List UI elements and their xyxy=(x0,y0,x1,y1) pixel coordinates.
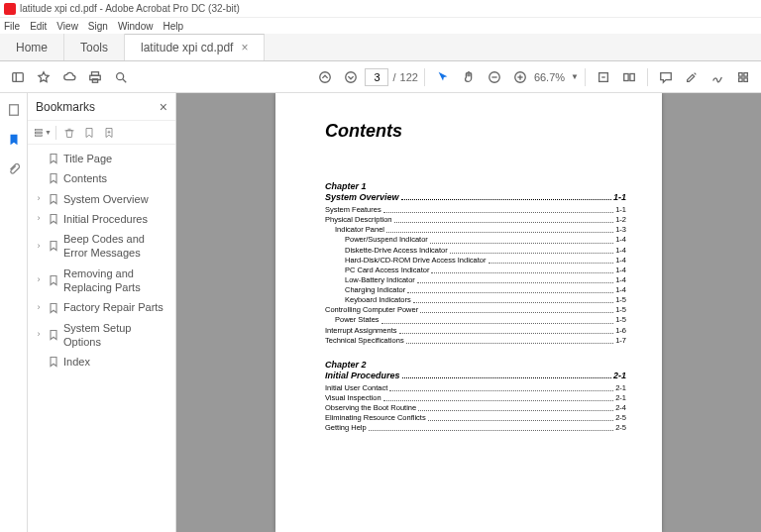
svg-point-8 xyxy=(346,71,357,82)
tab-tools[interactable]: Tools xyxy=(64,34,125,60)
menu-file[interactable]: File xyxy=(4,21,20,32)
cloud-icon[interactable] xyxy=(57,65,81,89)
highlight-icon[interactable] xyxy=(680,65,704,89)
bookmarks-title: Bookmarks xyxy=(36,100,95,114)
bookmark-item[interactable]: › System Overview xyxy=(28,189,175,209)
chevron-right-icon[interactable]: › xyxy=(34,329,44,341)
bookmark-label: Beep Codes and Error Messages xyxy=(63,232,169,261)
svg-rect-22 xyxy=(35,129,42,130)
bookmark-item[interactable]: › System Setup Options xyxy=(28,318,175,353)
page-current-input[interactable] xyxy=(365,68,388,86)
document-viewport[interactable]: Contents Chapter 1 System Overview 1-1 S… xyxy=(176,93,761,532)
title-bar: latitude xpi cd.pdf - Adobe Acrobat Pro … xyxy=(0,0,761,18)
toc-line: Visual Inspection2-1 xyxy=(325,393,626,403)
page-heading: Contents xyxy=(325,121,626,142)
sidebar-toggle-icon[interactable] xyxy=(6,65,30,89)
svg-rect-19 xyxy=(739,77,743,81)
svg-rect-20 xyxy=(744,77,748,81)
window-title: latitude xpi cd.pdf - Adobe Acrobat Pro … xyxy=(20,3,240,14)
toc-line: Power/Suspend Indicator1-4 xyxy=(325,235,626,245)
attachments-icon[interactable] xyxy=(5,160,23,178)
zoom-in-icon[interactable] xyxy=(508,65,532,89)
bookmark-icon xyxy=(48,329,59,341)
bookmark-icon xyxy=(48,302,59,314)
tab-document[interactable]: latitude xpi cd.pdf × xyxy=(125,34,265,60)
bookmark-icon xyxy=(48,172,59,184)
main-area: Bookmarks × ▼ Title Page Contents› Syste… xyxy=(0,93,761,532)
toc-line: PC Card Access Indicator1-4 xyxy=(325,266,626,275)
fit-page-icon[interactable] xyxy=(617,65,641,89)
svg-rect-4 xyxy=(92,78,97,82)
toc-line: System Features1-1 xyxy=(325,205,626,215)
chevron-right-icon[interactable]: › xyxy=(34,274,44,286)
pdf-page: Contents Chapter 1 System Overview 1-1 S… xyxy=(275,93,662,532)
sign-icon[interactable] xyxy=(706,65,729,89)
thumbnails-icon[interactable] xyxy=(5,101,23,119)
chevron-right-icon[interactable]: › xyxy=(34,302,44,314)
bookmark-icon xyxy=(48,356,59,368)
bookmark-label: Removing and Replacing Parts xyxy=(63,266,169,295)
bookmark-icon xyxy=(48,153,59,164)
svg-rect-16 xyxy=(630,73,634,80)
bookmark-icon xyxy=(48,193,59,205)
search-icon[interactable] xyxy=(109,65,133,89)
bookmark-item[interactable]: › Factory Repair Parts xyxy=(28,297,175,317)
new-bookmark-icon[interactable] xyxy=(80,124,98,142)
toc-line: Hard-Disk/CD-ROM Drive Access Indicator1… xyxy=(325,256,626,266)
bookmark-item[interactable]: › Initial Procedures xyxy=(28,209,175,229)
svg-rect-24 xyxy=(35,135,42,136)
comment-icon[interactable] xyxy=(654,65,678,89)
star-icon[interactable] xyxy=(32,65,55,89)
tab-close-icon[interactable]: × xyxy=(241,41,248,54)
tab-home[interactable]: Home xyxy=(0,34,64,60)
tab-bar: Home Tools latitude xpi cd.pdf × xyxy=(0,34,761,61)
bookmark-item[interactable]: › Beep Codes and Error Messages xyxy=(28,229,175,264)
bookmark-item[interactable]: Contents xyxy=(28,168,175,188)
chapter-2-title-row: Initial Procedures 2-1 xyxy=(325,371,626,380)
delete-bookmark-icon[interactable] xyxy=(60,124,78,142)
bookmark-label: Contents xyxy=(63,171,169,185)
more-tools-icon[interactable] xyxy=(731,65,755,89)
menu-sign[interactable]: Sign xyxy=(88,21,108,32)
app-icon xyxy=(4,3,16,15)
svg-rect-18 xyxy=(744,72,748,76)
menu-bar: File Edit View Sign Window Help xyxy=(0,18,761,34)
bookmark-item[interactable]: Title Page xyxy=(28,149,175,168)
bookmark-label: System Overview xyxy=(63,192,169,206)
bookmarks-icon[interactable] xyxy=(5,131,23,149)
fit-width-icon[interactable] xyxy=(592,65,615,89)
svg-point-7 xyxy=(320,71,331,82)
toc-line: Getting Help2-5 xyxy=(325,423,626,433)
toolbar: / 122 66.7%▼ xyxy=(0,61,761,93)
print-icon[interactable] xyxy=(83,65,107,89)
toc-line: Technical Specifications1-7 xyxy=(325,336,626,346)
menu-help[interactable]: Help xyxy=(163,21,183,32)
bookmark-item[interactable]: › Removing and Replacing Parts xyxy=(28,264,175,298)
bookmarks-list: Title Page Contents› System Overview› In… xyxy=(28,145,175,532)
page-up-icon[interactable] xyxy=(313,65,337,89)
chevron-right-icon[interactable]: › xyxy=(34,241,44,253)
toc-line: Diskette-Drive Access Indicator1-4 xyxy=(325,246,626,256)
close-panel-icon[interactable]: × xyxy=(160,99,167,115)
bookmark-options-icon[interactable]: ▼ xyxy=(34,124,52,142)
menu-edit[interactable]: Edit xyxy=(30,21,47,32)
toc-line: Physical Description1-2 xyxy=(325,215,626,225)
menu-window[interactable]: Window xyxy=(118,21,154,32)
zoom-out-icon[interactable] xyxy=(483,65,506,89)
zoom-level[interactable]: 66.7%▼ xyxy=(534,71,579,83)
chevron-right-icon[interactable]: › xyxy=(34,213,44,225)
bookmarks-header: Bookmarks × xyxy=(28,93,175,121)
select-tool-icon[interactable] xyxy=(431,65,455,89)
bookmark-icon xyxy=(48,240,59,252)
menu-view[interactable]: View xyxy=(56,21,78,32)
page-down-icon[interactable] xyxy=(339,65,363,89)
svg-rect-0 xyxy=(13,72,24,81)
find-bookmark-icon[interactable] xyxy=(100,124,118,142)
bookmark-item[interactable]: Index xyxy=(28,352,175,372)
chevron-right-icon[interactable]: › xyxy=(34,193,44,205)
bookmarks-toolbar: ▼ xyxy=(28,121,175,145)
hand-tool-icon[interactable] xyxy=(457,65,481,89)
chapter-1-title-row: System Overview 1-1 xyxy=(325,192,626,202)
bookmark-label: Initial Procedures xyxy=(63,212,169,226)
toc-line: Initial User Contact2-1 xyxy=(325,383,626,393)
